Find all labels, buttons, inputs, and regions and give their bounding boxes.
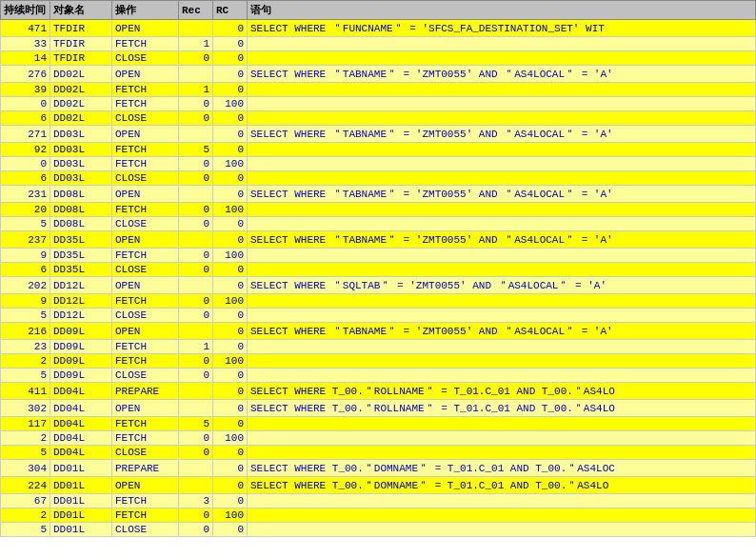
table-cell: 0 <box>1 97 50 111</box>
table-cell <box>179 277 213 294</box>
table-cell: 0 <box>179 523 213 537</box>
table-cell <box>248 249 756 263</box>
table-cell: 0 <box>179 203 213 217</box>
table-cell: 471 <box>1 20 50 37</box>
table-cell: 1 <box>179 83 213 97</box>
table-cell: OPEN <box>112 126 179 143</box>
table-row: 5DD01LCLOSE00 <box>1 523 756 537</box>
table-cell: SELECT WHERE ＂TABNAME＂ = 'ZMT0055' AND ＂… <box>248 66 756 83</box>
table-cell: 0 <box>179 309 213 323</box>
table-cell <box>248 143 756 157</box>
table-cell: 20 <box>1 203 50 217</box>
table-cell: DD01L <box>50 494 112 508</box>
table-cell: DD08L <box>50 186 112 203</box>
table-cell: OPEN <box>112 231 179 249</box>
table-cell: OPEN <box>112 323 179 340</box>
table-cell: 5 <box>1 446 50 460</box>
table-row: 237DD35LOPEN0SELECT WHERE ＂TABNAME＂ = 'Z… <box>1 231 756 249</box>
table-cell: DD03L <box>50 171 112 186</box>
table-cell: 0 <box>213 417 248 431</box>
table-cell: DD12L <box>50 294 112 309</box>
table-cell: 2 <box>1 431 50 446</box>
table-cell: FETCH <box>112 354 179 369</box>
table-cell: 33 <box>1 37 50 51</box>
table-cell <box>248 171 756 186</box>
table-cell: CLOSE <box>112 217 179 231</box>
table-cell: DD04L <box>50 417 112 431</box>
table-cell: FETCH <box>112 431 179 446</box>
table-cell: 0 <box>179 508 213 523</box>
table-row: 202DD12LOPEN0SELECT WHERE ＂SQLTAB＂ = 'ZM… <box>1 277 756 294</box>
header-sql: 语句 <box>248 1 756 20</box>
main-table: 持续时间 对象名 操作 Rec RC 语句 471TFDIROPEN0SELEC… <box>0 0 756 537</box>
table-cell: OPEN <box>112 477 179 494</box>
table-cell <box>179 126 213 143</box>
table-cell: 0 <box>213 477 248 494</box>
table-cell: SELECT WHERE T_00.＂DOMNAME＂ = T_01.C_01 … <box>248 477 756 494</box>
table-cell: 9 <box>1 294 50 309</box>
table-cell: 0 <box>179 217 213 231</box>
table-row: 9DD12LFETCH0100 <box>1 294 756 309</box>
table-cell: 0 <box>213 51 248 66</box>
table-cell: 100 <box>213 431 248 446</box>
table-cell: OPEN <box>112 66 179 83</box>
table-row: 411DD04LPREPARE0SELECT WHERE T_00.＂ROLLN… <box>1 383 756 400</box>
table-cell: 6 <box>1 111 50 126</box>
table-cell: 216 <box>1 323 50 340</box>
table-cell: 0 <box>179 97 213 111</box>
table-cell: 276 <box>1 66 50 83</box>
table-cell: DD03L <box>50 126 112 143</box>
header-time: 持续时间 <box>1 1 50 20</box>
table-cell: DD09L <box>50 340 112 354</box>
table-cell: 100 <box>213 354 248 369</box>
table-row: 20DD08LFETCH0100 <box>1 203 756 217</box>
table-cell <box>248 508 756 523</box>
table-cell <box>248 294 756 309</box>
table-cell: 0 <box>179 51 213 66</box>
table-cell: 14 <box>1 51 50 66</box>
table-cell: 237 <box>1 231 50 249</box>
table-cell: 0 <box>179 294 213 309</box>
table-cell: 304 <box>1 460 50 477</box>
table-row: 5DD12LCLOSE00 <box>1 309 756 323</box>
table-cell: OPEN <box>112 400 179 417</box>
table-cell: 1 <box>179 37 213 51</box>
table-cell: CLOSE <box>112 51 179 66</box>
header-rc: RC <box>213 1 248 20</box>
table-cell: 3 <box>179 494 213 508</box>
table-cell <box>248 494 756 508</box>
table-cell: 6 <box>1 171 50 186</box>
table-row: 271DD03LOPEN0SELECT WHERE ＂TABNAME＂ = 'Z… <box>1 126 756 143</box>
table-cell: 100 <box>213 508 248 523</box>
table-cell: DD08L <box>50 203 112 217</box>
table-cell: 0 <box>213 217 248 231</box>
table-cell: FETCH <box>112 83 179 97</box>
table-cell: OPEN <box>112 20 179 37</box>
table-cell: FETCH <box>112 508 179 523</box>
table-cell: 0 <box>179 431 213 446</box>
table-cell: 0 <box>213 171 248 186</box>
table-cell: 411 <box>1 383 50 400</box>
table-row: 39DD02LFETCH10 <box>1 83 756 97</box>
table-row: 9DD35LFETCH0100 <box>1 249 756 263</box>
table-cell: 202 <box>1 277 50 294</box>
table-cell <box>248 340 756 354</box>
table-cell: 0 <box>1 157 50 171</box>
table-cell <box>248 263 756 277</box>
table-row: 304DD01LPREPARE0SELECT WHERE T_00.＂DOMNA… <box>1 460 756 477</box>
table-row: 2DD01LFETCH0100 <box>1 508 756 523</box>
table-row: 276DD02LOPEN0SELECT WHERE ＂TABNAME＂ = 'Z… <box>1 66 756 83</box>
table-body: 471TFDIROPEN0SELECT WHERE ＂FUNCNAME＂ = '… <box>1 20 756 537</box>
table-cell: DD01L <box>50 460 112 477</box>
table-cell <box>248 309 756 323</box>
table-cell: 0 <box>213 446 248 460</box>
table-cell: DD02L <box>50 83 112 97</box>
table-cell: 0 <box>179 171 213 186</box>
table-row: 67DD01LFETCH30 <box>1 494 756 508</box>
table-cell: TFDIR <box>50 37 112 51</box>
table-cell <box>248 51 756 66</box>
table-cell: TFDIR <box>50 20 112 37</box>
table-cell: DD04L <box>50 431 112 446</box>
table-cell <box>248 446 756 460</box>
table-cell: 5 <box>1 523 50 537</box>
